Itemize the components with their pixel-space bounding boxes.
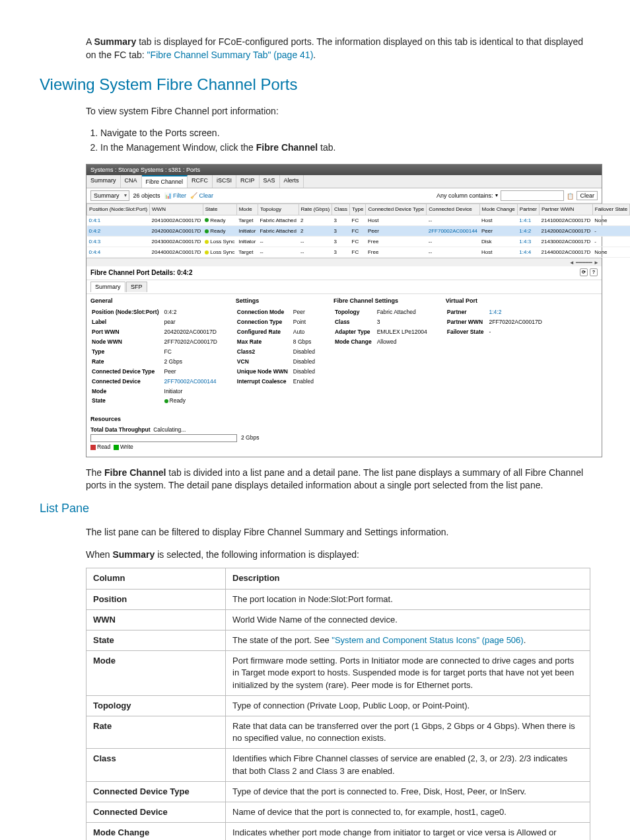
- legend-read-swatch: [90, 445, 96, 450]
- intro-paragraph: A Summary tab is displayed for FCoE-conf…: [86, 36, 590, 61]
- desc-row: ModePort firmware mode setting. Ports in…: [87, 651, 590, 696]
- col-header[interactable]: Failover State: [592, 204, 629, 215]
- desc-th-column: Column: [87, 568, 226, 589]
- tab-cna[interactable]: CNA: [121, 175, 142, 188]
- fc-summary-link[interactable]: "Fibre Channel Summary Tab" (page 41): [147, 50, 314, 60]
- tab-sas[interactable]: SAS: [260, 175, 280, 188]
- desc-row: Connected Device TypeType of device that…: [87, 781, 590, 802]
- status-icons-link[interactable]: "System and Component Status Icons" (pag…: [332, 635, 523, 645]
- table-row[interactable]: 0:4:420440002AC00017DLoss SyncTarget----…: [87, 247, 630, 258]
- settings-panel: Settings Connection ModePeerConnection T…: [236, 297, 320, 408]
- desc-row: TopologyType of connection (Private Loop…: [87, 695, 590, 716]
- after-app-paragraph: The Fibre Channel tab is divided into a …: [86, 467, 590, 492]
- throughput-bar: [90, 434, 237, 442]
- virtual-port-panel: Virtual Port Partner1:4:2Partner WWN2FF7…: [446, 297, 547, 408]
- horizontal-scrollbar[interactable]: ◄ ━━━━━ ►: [87, 258, 602, 266]
- app-window: Systems : Storage Systems : s381 : Ports…: [86, 164, 602, 457]
- tab-summary[interactable]: Summary: [87, 175, 121, 188]
- subtab-sfp[interactable]: SFP: [126, 282, 147, 292]
- clear-button[interactable]: Clear: [577, 191, 598, 201]
- list-pane-intro: The list pane can be filtered to display…: [86, 526, 590, 539]
- lead-text: To view system Fibre Channel port inform…: [86, 105, 590, 118]
- col-header[interactable]: Mode Change: [479, 204, 517, 215]
- section-heading: Viewing System Fibre Channel Ports: [40, 73, 590, 96]
- desc-row: PositionThe port location in Node:Slot:P…: [87, 589, 590, 609]
- col-header[interactable]: State: [203, 204, 236, 215]
- col-header[interactable]: Type: [350, 204, 366, 215]
- clear-link[interactable]: 🧹 Clear: [190, 192, 213, 200]
- col-header[interactable]: Connected Device: [427, 204, 479, 215]
- legend-write-swatch: [114, 445, 119, 450]
- subtab-summary[interactable]: Summary: [90, 282, 125, 292]
- col-header[interactable]: Topology: [258, 204, 298, 215]
- desc-th-description: Description: [226, 568, 590, 589]
- refresh-icon[interactable]: ⟳: [580, 268, 588, 276]
- col-header[interactable]: Connected Device Type: [366, 204, 427, 215]
- col-header[interactable]: Mode: [236, 204, 258, 215]
- help-icon[interactable]: ?: [590, 268, 598, 276]
- when-summary-text: When Summary is selected, the following …: [86, 549, 590, 562]
- detail-header: Fibre Channel Port Details: 0:4:2 ⟳ ?: [87, 266, 602, 280]
- desc-row: Connected DeviceName of device that the …: [87, 802, 590, 822]
- window-titlebar: Systems : Storage Systems : s381 : Ports: [87, 165, 602, 176]
- tab-alerts[interactable]: Alerts: [280, 175, 304, 188]
- column-description-table: Column Description PositionThe port loca…: [86, 568, 590, 840]
- list-pane-heading: List Pane: [40, 500, 590, 517]
- toolbar: Summary 26 objects 📊 Filter 🧹 Clear Any …: [87, 188, 602, 204]
- fc-settings-panel: Fibre Channel Settings TopologyFabric At…: [333, 297, 433, 408]
- detail-subtabs: Summary SFP: [87, 280, 602, 293]
- export-icon[interactable]: 📋: [567, 192, 574, 200]
- table-row[interactable]: 0:4:320430002AC00017DLoss SyncInitiator-…: [87, 236, 630, 247]
- tab-rcip[interactable]: RCIP: [236, 175, 260, 188]
- steps-list: Navigate to the Ports screen. In the Man…: [86, 127, 590, 154]
- desc-row: RateRate that data can be transferred ov…: [87, 716, 590, 748]
- tab-fibre-channel[interactable]: Fibre Channel: [142, 175, 188, 188]
- tab-iscsi[interactable]: iSCSI: [213, 175, 236, 188]
- desc-row: WWNWorld Wide Name of the connected devi…: [87, 609, 590, 630]
- tab-rcfc[interactable]: RCFC: [188, 175, 213, 188]
- col-header[interactable]: Partner: [517, 204, 539, 215]
- table-row[interactable]: 0:4:220420002AC00017DReadyInitiatorFabri…: [87, 225, 630, 236]
- anycol-label: Any column contains:: [437, 192, 493, 200]
- col-header[interactable]: Partner WWN: [540, 204, 593, 215]
- col-header[interactable]: Position (Node:Slot:Port): [87, 204, 150, 215]
- general-panel: General Position (Node:Slot:Port)0:4:2La…: [90, 297, 223, 408]
- col-header[interactable]: Rate (Gbps): [298, 204, 332, 215]
- table-row[interactable]: 0:4:120410002AC00017DReadyTargetFabric A…: [87, 215, 630, 225]
- step-1: Navigate to the Ports screen.: [100, 127, 590, 140]
- desc-row: Mode ChangeIndicates whether port mode c…: [87, 823, 590, 840]
- desc-row: StateThe state of the port. See "System …: [87, 630, 590, 651]
- object-count: 26 objects: [133, 192, 160, 200]
- step-2: In the Management Window, click the Fibr…: [100, 141, 590, 155]
- view-dropdown[interactable]: Summary: [90, 190, 129, 202]
- col-header[interactable]: WWN: [150, 204, 203, 215]
- desc-row: ClassIdentifies which Fibre Channel clas…: [87, 749, 590, 781]
- resources-panel: Resources Total Data Throughput Calculat…: [87, 412, 602, 457]
- filter-input[interactable]: [501, 190, 564, 201]
- top-tabs: SummaryCNAFibre ChannelRCFCiSCSIRCIPSASA…: [87, 175, 602, 188]
- col-header[interactable]: Class: [332, 204, 350, 215]
- filter-link[interactable]: 📊 Filter: [164, 192, 187, 200]
- ports-table: Position (Node:Slot:Port)WWNStateModeTop…: [87, 204, 630, 258]
